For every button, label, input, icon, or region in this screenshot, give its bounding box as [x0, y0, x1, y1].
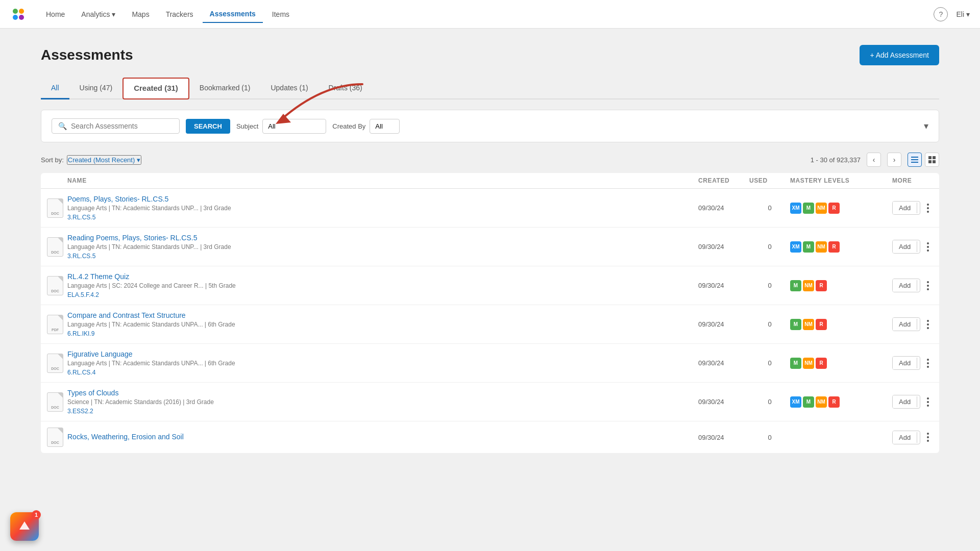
nav-maps[interactable]: Maps — [125, 6, 156, 22]
row-used: 0 — [749, 204, 790, 212]
add-dropdown-button[interactable]: ▾ — [917, 203, 920, 213]
row-date: 09/30/24 — [698, 359, 749, 367]
add-button[interactable]: Add — [893, 357, 917, 369]
widget-button[interactable]: 1 — [10, 512, 39, 541]
subject-filter: Subject All Language Arts Science Math — [236, 119, 326, 134]
tab-all[interactable]: All — [41, 78, 69, 99]
badge-m: M — [803, 396, 814, 408]
more-options-button[interactable] — [923, 318, 933, 331]
grid-view-button[interactable] — [925, 153, 939, 167]
col-more: MORE — [892, 177, 933, 184]
user-menu[interactable]: Eli ▾ — [956, 10, 970, 18]
subject-label: Subject — [236, 122, 258, 130]
badge-r: R — [828, 203, 840, 214]
add-button[interactable]: Add — [893, 318, 917, 331]
mastery-badges: MNMR — [790, 358, 892, 369]
table-row: DOC Rocks, Weathering, Erosion and Soil … — [41, 421, 939, 453]
row-actions: Add ▾ — [892, 356, 933, 370]
logo[interactable] — [10, 6, 27, 22]
subject-select[interactable]: All Language Arts Science Math — [262, 119, 326, 134]
sort-control: Sort by: Created (Most Recent) ▾ — [41, 155, 141, 165]
more-options-button[interactable] — [923, 202, 933, 214]
row-name-col: Types of Clouds Science | TN: Academic S… — [67, 389, 698, 415]
search-input-wrap[interactable]: 🔍 — [52, 118, 180, 134]
nav-assessments[interactable]: Assessments — [203, 6, 263, 23]
row-name-col: Compare and Contrast Text Structure Lang… — [67, 311, 698, 337]
mastery-badges: XMMNMR — [790, 396, 892, 408]
assessment-title[interactable]: Rocks, Weathering, Erosion and Soil — [67, 433, 698, 441]
sort-button[interactable]: Created (Most Recent) ▾ — [67, 155, 142, 165]
badge-xm: XM — [790, 241, 801, 253]
mastery-badges: XMMNMR — [790, 203, 892, 214]
mastery-badges: MNMR — [790, 280, 892, 291]
assessment-title[interactable]: Compare and Contrast Text Structure — [67, 311, 698, 319]
svg-point-1 — [19, 9, 24, 14]
more-options-button[interactable] — [923, 396, 933, 408]
add-button[interactable]: Add — [893, 240, 917, 253]
row-standard[interactable]: 6.RL.IKI.9 — [67, 330, 94, 337]
assessment-title[interactable]: Reading Poems, Plays, Stories- RL.CS.5 — [67, 234, 698, 242]
doc-icon: DOC — [47, 198, 67, 218]
navigation: Home Analytics ▾ Maps Trackers Assessmen… — [0, 0, 980, 29]
row-standard[interactable]: 3.ESS2.2 — [67, 408, 93, 415]
created-by-label: Created By — [332, 122, 365, 130]
more-options-button[interactable] — [923, 241, 933, 253]
add-split-button: Add ▾ — [892, 356, 920, 370]
row-meta: Language Arts | TN: Academic Standards U… — [67, 360, 698, 367]
add-split-button: Add ▾ — [892, 279, 920, 292]
add-assessment-button[interactable]: + Add Assessment — [860, 45, 939, 65]
add-dropdown-button[interactable]: ▾ — [917, 280, 920, 291]
help-button[interactable]: ? — [934, 7, 948, 21]
more-options-button[interactable] — [923, 357, 933, 369]
search-button[interactable]: SEARCH — [186, 119, 230, 134]
badge-xm: XM — [790, 203, 801, 214]
tab-drafts[interactable]: Drafts (36) — [318, 78, 373, 99]
assessment-title[interactable]: Types of Clouds — [67, 389, 698, 397]
row-standard[interactable]: 6.RL.CS.4 — [67, 369, 95, 376]
table-row: DOC Types of Clouds Science | TN: Academ… — [41, 383, 939, 421]
add-dropdown-button[interactable]: ▾ — [917, 432, 920, 443]
row-meta: Language Arts | TN: Academic Standards U… — [67, 321, 698, 328]
col-created: CREATED — [698, 177, 749, 184]
expand-filters-button[interactable]: ▾ — [924, 120, 928, 132]
svg-point-0 — [13, 9, 18, 14]
more-options-button[interactable] — [923, 431, 933, 443]
nav-analytics[interactable]: Analytics ▾ — [74, 6, 122, 22]
add-dropdown-button[interactable]: ▾ — [917, 319, 920, 330]
created-by-select[interactable]: All Me — [370, 119, 400, 134]
add-button[interactable]: Add — [893, 431, 917, 444]
nav-trackers[interactable]: Trackers — [159, 6, 201, 22]
search-input[interactable] — [71, 122, 173, 130]
more-options-button[interactable] — [923, 280, 933, 292]
tab-created[interactable]: Created (31) — [122, 78, 189, 99]
tab-bookmarked[interactable]: Bookmarked (1) — [189, 78, 261, 99]
add-button[interactable]: Add — [893, 202, 917, 214]
add-dropdown-button[interactable]: ▾ — [917, 358, 920, 368]
doc-icon: DOC — [47, 276, 67, 295]
row-name-col: Rocks, Weathering, Erosion and Soil — [67, 433, 698, 442]
nav-home[interactable]: Home — [39, 6, 72, 22]
search-bar: 🔍 SEARCH Subject All Language Arts Scien… — [41, 110, 939, 142]
assessment-title[interactable]: RL.4.2 Theme Quiz — [67, 272, 698, 281]
add-button[interactable]: Add — [893, 279, 917, 292]
prev-page-button[interactable]: ‹ — [867, 153, 881, 167]
assessment-title[interactable]: Figurative Language — [67, 350, 698, 358]
row-standard[interactable]: ELA.5.F.4.2 — [67, 291, 99, 298]
row-standard[interactable]: 3.RL.CS.5 — [67, 214, 95, 221]
list-view-button[interactable] — [908, 153, 922, 167]
assessment-title[interactable]: Poems, Plays, Stories- RL.CS.5 — [67, 195, 698, 203]
tabs-bar: All Using (47) Created (31) Bookmarked (… — [41, 78, 939, 99]
add-button[interactable]: Add — [893, 395, 917, 408]
badge-m: M — [803, 203, 814, 214]
tab-updates[interactable]: Updates (1) — [260, 78, 318, 99]
row-actions: Add ▾ — [892, 279, 933, 292]
add-dropdown-button[interactable]: ▾ — [917, 241, 920, 252]
nav-items[interactable]: Items — [265, 6, 297, 22]
row-meta: Language Arts | SC: 2024 College and Car… — [67, 282, 698, 289]
add-dropdown-button[interactable]: ▾ — [917, 396, 920, 407]
svg-rect-6 — [911, 159, 918, 160]
next-page-button[interactable]: › — [887, 153, 901, 167]
table-row: DOC RL.4.2 Theme Quiz Language Arts | SC… — [41, 266, 939, 305]
tab-using[interactable]: Using (47) — [69, 78, 123, 99]
row-standard[interactable]: 3.RL.CS.5 — [67, 253, 95, 260]
